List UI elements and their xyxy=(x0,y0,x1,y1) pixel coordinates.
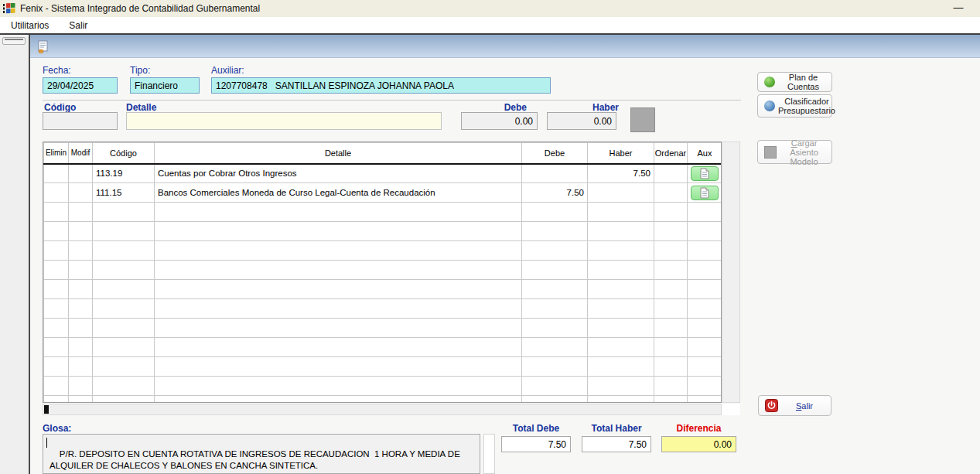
grid-header-row: EliminModifCódigoDetalleDebeHaberOrdenar… xyxy=(44,143,722,164)
grid-cell-elimin xyxy=(44,357,69,377)
codigo-label: Código xyxy=(44,102,76,113)
minimized-window-grip[interactable] xyxy=(2,37,26,45)
window-title: Fenix - Sistema Integrado de Contabilida… xyxy=(20,3,260,14)
grid-cell-modif xyxy=(69,164,93,183)
grid-cell-ordenar xyxy=(654,164,688,183)
salir-label: Salir xyxy=(781,401,828,411)
grid-row[interactable] xyxy=(44,319,722,338)
gray-square-icon xyxy=(764,146,777,159)
grid-cell-detalle xyxy=(155,261,522,280)
total-haber-field: 7.50 xyxy=(582,436,651,452)
grid-cell-debe xyxy=(522,299,588,319)
auxiliar-label: Auxiliar: xyxy=(211,65,244,76)
grid-cell-modif xyxy=(69,338,93,357)
haber-input[interactable]: 0.00 xyxy=(547,112,616,130)
grid-cell-ordenar xyxy=(654,377,688,396)
grid-cell-ordenar xyxy=(654,357,688,377)
fecha-field[interactable]: 29/04/2025 xyxy=(43,77,118,94)
power-icon xyxy=(765,399,778,412)
menu-item-salir[interactable]: Salir xyxy=(64,19,92,32)
grid-cell-ordenar xyxy=(654,261,688,280)
grid-cell-codigo: 113.19 xyxy=(93,164,155,183)
grid-cell-modif xyxy=(69,377,93,396)
clasificador-label: Clasificador Presupuestario xyxy=(778,97,835,115)
add-entry-button[interactable] xyxy=(630,107,655,132)
grid-row[interactable] xyxy=(44,396,722,404)
grid-cell-codigo xyxy=(93,222,155,241)
grid-header-código: Código xyxy=(93,143,155,164)
new-document-icon[interactable] xyxy=(36,40,50,53)
scrollbar-corner xyxy=(722,404,740,415)
grid-cell-ordenar xyxy=(654,241,688,261)
tipo-field[interactable]: Financiero xyxy=(130,77,200,94)
grid-cell-elimin xyxy=(44,222,69,241)
grid-cell-elimin xyxy=(44,183,69,203)
grid-cell-aux xyxy=(688,241,722,261)
entries-grid: EliminModifCódigoDetalleDebeHaberOrdenar… xyxy=(43,142,722,403)
grid-cell-aux xyxy=(688,222,722,241)
grid-cell-haber xyxy=(588,338,654,357)
grid-header-modif: Modif xyxy=(69,143,93,164)
plan-de-cuentas-button[interactable]: Plan de Cuentas xyxy=(757,72,832,92)
minimize-button[interactable]: — xyxy=(951,2,966,14)
codigo-input[interactable] xyxy=(43,112,118,130)
glosa-scrollbar[interactable] xyxy=(483,434,495,474)
grid-cell-detalle xyxy=(155,396,522,404)
plan-de-cuentas-label: Plan de Cuentas xyxy=(778,73,828,91)
detalle-input[interactable] xyxy=(126,112,442,130)
grid-cell-debe: 7.50 xyxy=(522,183,588,203)
cargar-asiento-label: Cargar Asiento Modelo xyxy=(780,138,828,166)
grid-cell-haber xyxy=(588,299,654,319)
grid-row[interactable] xyxy=(44,222,722,241)
scrollbar-thumb[interactable] xyxy=(44,405,49,414)
grid-header-detalle: Detalle xyxy=(155,143,522,164)
toolbar xyxy=(30,35,980,58)
menu-item-utilitarios[interactable]: Utilitarios xyxy=(6,19,53,32)
clasificador-presupuestario-button[interactable]: Clasificador Presupuestario xyxy=(757,94,832,118)
total-debe-field: 7.50 xyxy=(501,436,571,452)
left-dock-strip xyxy=(0,35,29,474)
grid-cell-detalle xyxy=(155,377,522,396)
grid-cell-debe xyxy=(522,377,588,396)
grid-horizontal-scrollbar[interactable] xyxy=(43,404,722,415)
grid-cell-haber xyxy=(588,280,654,299)
grid-cell-elimin xyxy=(44,241,69,261)
grid-header-ordenar: Ordenar xyxy=(654,143,688,164)
cargar-asiento-modelo-button[interactable]: Cargar Asiento Modelo xyxy=(757,140,832,164)
grid-cell-debe xyxy=(522,396,588,404)
title-bar: Fenix - Sistema Integrado de Contabilida… xyxy=(0,0,980,17)
diferencia-field: 0.00 xyxy=(661,436,736,452)
grid-cell-debe xyxy=(522,241,588,261)
aux-detail-button[interactable] xyxy=(691,166,719,181)
grid-cell-ordenar xyxy=(654,183,688,203)
grid-cell-debe xyxy=(522,357,588,377)
grid-cell-haber xyxy=(588,203,654,222)
grid-cell-debe xyxy=(522,338,588,357)
grid-cell-elimin xyxy=(44,164,69,183)
grid-cell-detalle xyxy=(155,338,522,357)
grid-row[interactable] xyxy=(44,338,722,357)
grid-cell-modif xyxy=(69,319,93,338)
grid-row[interactable] xyxy=(44,203,722,222)
grid-row[interactable] xyxy=(44,299,722,319)
separator-line xyxy=(43,100,741,101)
grid-row[interactable] xyxy=(44,357,722,377)
auxiliar-field[interactable]: 1207708478 SANTILLAN ESPINOZA JOHANNA PA… xyxy=(211,77,551,94)
glosa-textarea[interactable]: P/R. DEPOSITO EN CUENTA ROTATIVA DE INGR… xyxy=(43,434,480,474)
grid-row[interactable]: 113.19Cuentas por Cobrar Otros Ingresos7… xyxy=(44,164,722,183)
grid-cell-modif xyxy=(69,222,93,241)
green-sphere-icon xyxy=(764,77,775,87)
debe-input[interactable]: 0.00 xyxy=(461,112,538,130)
debe-label: Debe xyxy=(461,102,527,113)
grid-cell-aux xyxy=(688,261,722,280)
grid-row[interactable]: 111.15Bancos Comerciales Moneda de Curso… xyxy=(44,183,722,203)
grid-vertical-scrollbar[interactable] xyxy=(722,142,740,403)
salir-button[interactable]: Salir xyxy=(758,395,831,416)
grid-row[interactable] xyxy=(44,377,722,396)
grid-cell-detalle xyxy=(155,203,522,222)
grid-cell-ordenar xyxy=(654,203,688,222)
grid-row[interactable] xyxy=(44,241,722,261)
grid-row[interactable] xyxy=(44,280,722,299)
aux-detail-button[interactable] xyxy=(691,186,719,200)
grid-row[interactable] xyxy=(44,261,722,280)
